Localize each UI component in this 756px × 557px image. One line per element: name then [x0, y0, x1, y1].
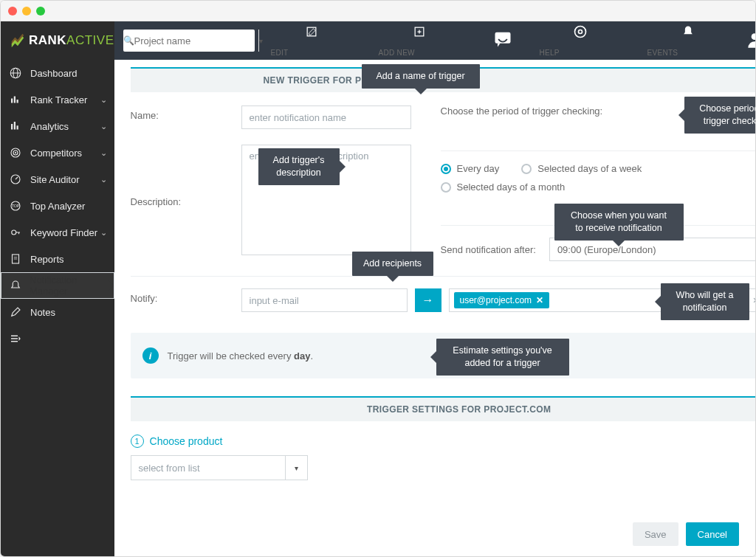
- project-search-input[interactable]: [134, 30, 258, 52]
- window-max-dot[interactable]: [36, 7, 45, 15]
- analytics-icon: [8, 120, 23, 133]
- add-new-button[interactable]: ADD NEW: [368, 24, 470, 57]
- recipient-chip: user@project.com ✕: [454, 292, 550, 308]
- product-select[interactable]: select from list ▾: [131, 455, 308, 480]
- send-after-value: 09:00 (Europe/London): [557, 244, 656, 255]
- radio-label: Every day: [457, 163, 500, 174]
- radio-days-month[interactable]: Selected days of a month: [441, 181, 756, 193]
- radio-every-day[interactable]: Every day: [441, 163, 500, 174]
- user-menu[interactable]: user ▾: [745, 30, 756, 52]
- sidebar-item-competitors[interactable]: Competitors⌄: [1, 139, 114, 166]
- recipient-email: user@project.com: [460, 295, 532, 305]
- sidebar-item-top-analyzer[interactable]: TOPTop Analyzer: [1, 193, 114, 219]
- chevron-down-icon: ⌄: [100, 175, 107, 184]
- svg-text:TOP: TOP: [12, 204, 20, 208]
- sidebar-item-label: Analytics: [30, 121, 69, 132]
- step-number: 1: [131, 435, 144, 448]
- summary-text: Trigger will be checked every day.: [168, 350, 314, 361]
- cancel-button[interactable]: Cancel: [686, 522, 739, 546]
- sidebar-item-notification-manager[interactable]: Notification Manager: [1, 272, 114, 299]
- chevron-down-icon: ⌄: [100, 95, 107, 105]
- radio-label: Selected days of a month: [457, 181, 566, 193]
- chevron-down-icon: ⌄: [100, 148, 107, 158]
- logo-icon: [10, 32, 26, 49]
- project-select[interactable]: 🔍 ▾: [123, 30, 255, 52]
- edit-button[interactable]: EDIT: [261, 24, 362, 57]
- sidebar-item-reports[interactable]: Reports: [1, 246, 114, 272]
- radio-label: Selected days of a week: [537, 163, 642, 174]
- bell-icon: [9, 279, 22, 292]
- topbar: 🔍 ▾ EDIT ADD NEW HELP EVENTS user ▾: [114, 21, 756, 60]
- sidebar-item-label: Top Analyzer: [30, 201, 85, 212]
- chevron-down-icon: ⌄: [100, 122, 107, 131]
- topbar-label: EVENTS: [647, 44, 729, 57]
- svg-point-17: [578, 30, 582, 34]
- period-label: Choose the period of trigger checking:: [441, 105, 756, 117]
- chat-icon: [492, 29, 513, 53]
- product-select-caret[interactable]: ▾: [286, 455, 308, 480]
- section-new-trigger: NEW TRIGGER FOR PROJECT.COM: [131, 67, 756, 92]
- search-icon: 🔍: [123, 35, 134, 46]
- sidebar-item-dashboard[interactable]: Dashboard: [1, 60, 114, 86]
- sidebar-item-keyword-finder[interactable]: Keyword Finder⌄: [1, 219, 114, 246]
- content: NEW TRIGGER FOR PROJECT.COM Name: Choose…: [114, 60, 756, 556]
- main-area: 🔍 ▾ EDIT ADD NEW HELP EVENTS user ▾ NEW …: [114, 21, 756, 556]
- sidebar-item-label: Keyword Finder: [30, 227, 97, 238]
- description-label: Description:: [131, 145, 212, 207]
- recipients-box[interactable]: user@project.com ✕ × ▾: [449, 288, 756, 312]
- sidebar-item-label: Notification Manager: [30, 274, 106, 297]
- remove-recipient-icon[interactable]: ✕: [536, 295, 543, 305]
- trigger-form: Name: Choose the period of trigger check…: [114, 92, 756, 325]
- sidebar-item-label: Notes: [30, 307, 55, 318]
- key-icon: [8, 226, 23, 239]
- sidebar-item-notes[interactable]: Notes: [1, 299, 114, 325]
- notify-input[interactable]: [241, 288, 408, 312]
- target-icon: [8, 146, 23, 159]
- section-trigger-settings: TRIGGER SETTINGS FOR PROJECT.COM: [131, 396, 756, 421]
- globe-icon: [8, 66, 23, 80]
- send-after-field[interactable]: 09:00 (Europe/London) 🕒: [549, 238, 756, 261]
- sidebar-item-label: Dashboard: [30, 68, 78, 79]
- add-icon: [412, 24, 427, 43]
- svg-point-9: [12, 230, 16, 235]
- name-input[interactable]: [241, 105, 411, 129]
- add-recipient-button[interactable]: →: [415, 288, 441, 312]
- save-button[interactable]: Save: [633, 522, 678, 546]
- pencil-icon: [8, 305, 23, 319]
- gauge-icon: [8, 173, 23, 186]
- topbar-label: HELP: [540, 44, 621, 57]
- collapse-icon: [8, 332, 23, 345]
- clear-recipients[interactable]: ×: [749, 294, 756, 306]
- help-icon: [573, 24, 588, 43]
- notify-label: Notify:: [131, 288, 212, 312]
- sidebar-item-site-auditor[interactable]: Site Auditor⌄: [1, 166, 114, 193]
- footer-actions: Save Cancel: [134, 512, 755, 556]
- window-close-dot[interactable]: [8, 7, 17, 15]
- svg-point-18: [751, 33, 756, 40]
- sidebar-item-collapse[interactable]: [1, 325, 114, 352]
- description-input[interactable]: [241, 145, 411, 255]
- topbar-label: EDIT: [271, 44, 352, 57]
- sidebar-item-analytics[interactable]: Analytics⌄: [1, 113, 114, 139]
- avatar-icon: [745, 30, 756, 52]
- edit-icon: [304, 24, 319, 43]
- events-button[interactable]: EVENTS: [637, 24, 739, 57]
- chevron-down-icon: ⌄: [100, 228, 107, 238]
- sidebar-item-label: Reports: [30, 254, 64, 265]
- sidebar-item-label: Competitors: [30, 148, 82, 159]
- sidebar-item-label: Rank Tracker: [30, 94, 87, 105]
- info-icon: i: [142, 347, 159, 364]
- svg-point-16: [574, 27, 585, 38]
- sidebar-item-rank-tracker[interactable]: Rank Tracker⌄: [1, 86, 114, 113]
- chat-button[interactable]: [482, 29, 523, 53]
- app-window: RANKACTIVE Dashboard Rank Tracker⌄ Analy…: [0, 0, 756, 557]
- step-choose-product: 1 Choose product: [114, 421, 756, 455]
- help-button[interactable]: HELP: [529, 24, 631, 57]
- radio-days-week[interactable]: Selected days of a week: [521, 163, 642, 174]
- trigger-summary: i Trigger will be checked every day.: [131, 333, 756, 378]
- window-min-dot[interactable]: [22, 7, 31, 15]
- events-icon: [681, 24, 695, 43]
- logo: RANKACTIVE: [1, 21, 114, 60]
- svg-rect-13: [307, 27, 316, 36]
- window-titlebar: [1, 1, 755, 21]
